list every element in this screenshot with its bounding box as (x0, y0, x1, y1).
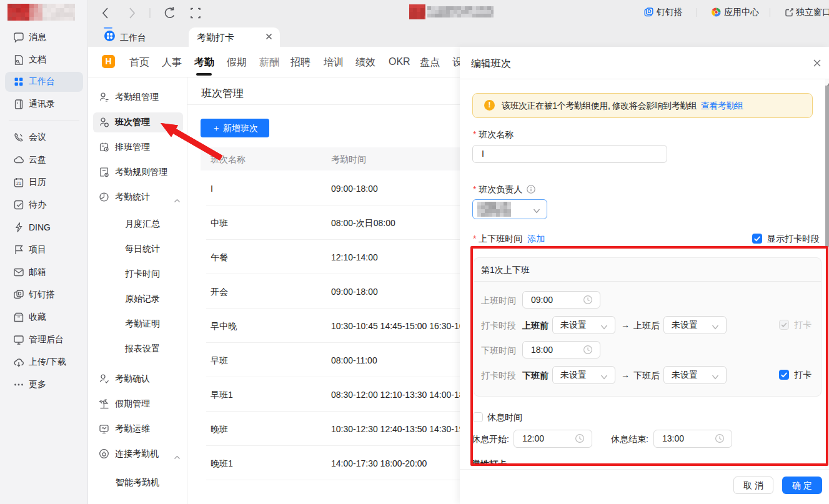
svg-text:21: 21 (16, 181, 21, 185)
